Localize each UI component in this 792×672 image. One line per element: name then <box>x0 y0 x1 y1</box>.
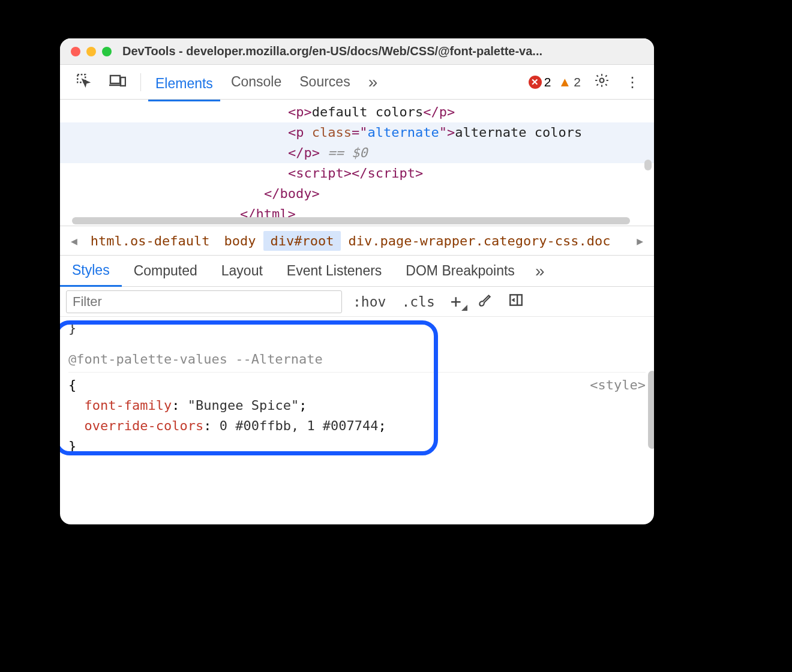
vertical-scrollbar[interactable] <box>644 160 652 170</box>
traffic-lights <box>71 47 112 56</box>
styles-pane-tabs: Styles Computed Layout Event Listeners D… <box>60 256 654 287</box>
toggle-classes-button[interactable]: .cls <box>397 294 439 310</box>
svg-rect-1 <box>110 76 120 83</box>
tab-dom-breakpoints[interactable]: DOM Breakpoints <box>394 258 527 284</box>
tabs-overflow-icon[interactable]: » <box>361 69 385 95</box>
vertical-scrollbar[interactable] <box>648 371 654 449</box>
rule-brace-close: } <box>68 318 646 338</box>
window-title: DevTools - developer.mozilla.org/en-US/d… <box>122 44 643 58</box>
new-style-rule-button[interactable]: + <box>446 291 466 312</box>
brush-icon[interactable] <box>472 292 497 311</box>
rule-selector[interactable]: @font-palette-values --Alternate <box>68 349 646 373</box>
dom-node[interactable]: <script></script> <box>60 163 654 184</box>
rule-brace-close: } <box>68 436 646 457</box>
dom-node[interactable]: <p>default colors</p> <box>60 102 654 122</box>
breadcrumb-bar: ◀ html.os-default body div#root div.page… <box>60 226 654 256</box>
warning-icon: ▲ <box>559 74 572 90</box>
inspect-element-icon[interactable] <box>68 69 98 95</box>
tab-computed[interactable]: Computed <box>122 258 209 284</box>
devtools-window: DevTools - developer.mozilla.org/en-US/d… <box>60 38 654 524</box>
breadcrumb-item-selected[interactable]: div#root <box>263 231 341 251</box>
device-toolbar-icon[interactable] <box>102 69 133 95</box>
dom-tree-pane[interactable]: <p>default colors</p> <p class="alternat… <box>60 100 654 226</box>
tab-sources[interactable]: Sources <box>292 70 357 94</box>
styles-tabs-overflow-icon[interactable]: » <box>527 262 553 281</box>
tab-event-listeners[interactable]: Event Listeners <box>275 258 394 284</box>
styles-filter-bar: :hov .cls + <box>60 287 654 317</box>
dom-node-selected[interactable]: <p class="alternate">alternate colors <box>60 122 654 143</box>
issues-summary[interactable]: ✕ 2 ▲ 2 <box>529 74 581 90</box>
toggle-hover-button[interactable]: :hov <box>348 294 391 310</box>
minimize-window-button[interactable] <box>86 47 96 56</box>
close-window-button[interactable] <box>71 47 80 56</box>
settings-gear-icon[interactable] <box>588 73 616 92</box>
rule-source-link[interactable]: <style> <box>590 375 646 395</box>
error-count: 2 <box>544 75 551 89</box>
tab-elements[interactable]: Elements <box>148 72 220 101</box>
breadcrumb-scroll-left-icon[interactable]: ◀ <box>65 235 83 247</box>
dom-node-selected-close[interactable]: </p> == $0 <box>60 143 654 163</box>
main-toolbar: Elements Console Sources » ✕ 2 ▲ 2 ⋮ <box>60 65 654 100</box>
dom-node[interactable]: </body> <box>60 184 654 204</box>
toggle-sidebar-icon[interactable] <box>503 292 529 311</box>
horizontal-scrollbar[interactable] <box>72 217 630 224</box>
breadcrumb-item[interactable]: html.os-default <box>83 231 217 251</box>
titlebar: DevTools - developer.mozilla.org/en-US/d… <box>60 38 654 65</box>
warning-count: 2 <box>574 75 581 89</box>
breadcrumb-item[interactable]: div.page-wrapper.category-css.doc <box>341 231 617 251</box>
css-declaration[interactable]: font-family: "Bungee Spice"; <box>68 395 646 416</box>
toolbar-separator <box>140 73 141 91</box>
svg-rect-3 <box>121 77 125 86</box>
breadcrumb-item[interactable]: body <box>217 231 263 251</box>
styles-filter-input[interactable] <box>66 290 342 313</box>
breadcrumb-scroll-right-icon[interactable]: ▶ <box>631 235 649 247</box>
css-declaration[interactable]: override-colors: 0 #00ffbb, 1 #007744; <box>68 416 646 436</box>
tab-styles[interactable]: Styles <box>60 257 122 287</box>
error-icon: ✕ <box>529 76 542 89</box>
rule-brace-open: { <box>68 377 76 392</box>
styles-rules-pane[interactable]: } @font-palette-values --Alternate <styl… <box>60 317 654 524</box>
tab-console[interactable]: Console <box>224 70 289 94</box>
svg-point-4 <box>600 78 604 82</box>
tab-layout[interactable]: Layout <box>209 258 275 284</box>
more-menu-icon[interactable]: ⋮ <box>619 74 646 91</box>
zoom-window-button[interactable] <box>102 47 112 56</box>
